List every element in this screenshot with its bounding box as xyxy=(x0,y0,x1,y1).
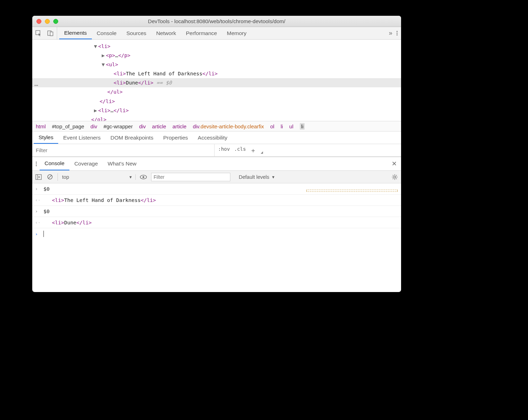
crumb-html[interactable]: html xyxy=(36,123,46,129)
style-preview-box xyxy=(306,190,398,192)
crumb-div1[interactable]: div xyxy=(90,123,97,129)
expand-corner-icon[interactable]: ◢ xyxy=(260,150,263,155)
subtab-styles[interactable]: Styles xyxy=(34,131,58,144)
window-title: DevTools - localhost:8080/web/tools/chro… xyxy=(32,18,401,24)
svg-line-16 xyxy=(393,178,393,179)
console-toolbar: top▼ Default levels▼ xyxy=(32,171,401,183)
clear-console-icon[interactable] xyxy=(46,174,53,181)
device-toggle-icon[interactable] xyxy=(47,30,54,37)
crumb-article1[interactable]: article xyxy=(152,123,166,129)
close-window-button[interactable] xyxy=(36,19,41,24)
kebab-menu-icon[interactable] xyxy=(397,31,398,35)
crumb-ol[interactable]: ol xyxy=(270,123,275,129)
crumb-id1[interactable]: #top_of_page xyxy=(52,123,84,129)
crumb-div2[interactable]: div xyxy=(139,123,146,129)
dom-node-selected[interactable]: …<li>Dune</li> == $0 xyxy=(32,78,401,87)
minimize-window-button[interactable] xyxy=(45,19,50,24)
console-sidebar-toggle-icon[interactable] xyxy=(35,174,42,181)
styles-filter-input[interactable] xyxy=(32,144,215,156)
subtab-properties[interactable]: Properties xyxy=(158,131,193,144)
context-selector[interactable]: top▼ xyxy=(62,174,136,180)
crumb-divclass[interactable]: div.devsite-article-body.clearfix xyxy=(193,123,264,129)
tab-console[interactable]: Console xyxy=(92,27,122,39)
drawer-close-icon[interactable]: ✕ xyxy=(392,160,397,168)
dom-node[interactable]: <li>The Left Hand of Darkness</li> xyxy=(32,69,401,78)
dom-node[interactable]: ▶<p>…</p> xyxy=(32,51,401,60)
hov-button[interactable]: :hov xyxy=(218,146,230,155)
zoom-window-button[interactable] xyxy=(53,19,58,24)
elements-subtabs: Styles Event Listeners DOM Breakpoints P… xyxy=(32,131,401,144)
tab-performance[interactable]: Performance xyxy=(181,27,222,39)
svg-line-15 xyxy=(396,178,397,179)
svg-rect-2 xyxy=(50,32,53,36)
devtools-window: DevTools - localhost:8080/web/tools/chro… xyxy=(32,16,401,292)
drawer-tab-coverage[interactable]: Coverage xyxy=(69,157,103,170)
crumb-ul[interactable]: ul xyxy=(289,123,293,129)
dom-node[interactable]: ▼<ul> xyxy=(32,60,401,69)
more-tabs-icon[interactable]: » xyxy=(389,29,392,37)
svg-line-14 xyxy=(393,175,393,176)
dom-node[interactable]: </li> xyxy=(32,97,401,106)
crumb-li-active[interactable]: li xyxy=(300,123,305,130)
inspect-icon[interactable] xyxy=(35,30,42,37)
new-style-rule-button[interactable]: ＋ xyxy=(250,146,256,155)
console-filter-input[interactable] xyxy=(151,173,230,181)
drawer-tabs: Console Coverage What's New ✕ xyxy=(32,157,401,171)
subtab-eventlisteners[interactable]: Event Listeners xyxy=(58,131,106,144)
drawer-tab-console[interactable]: Console xyxy=(40,157,69,170)
tab-network[interactable]: Network xyxy=(151,27,181,39)
main-toolbar: Elements Console Sources Network Perform… xyxy=(32,27,401,40)
console-prompt[interactable]: › xyxy=(32,228,401,239)
console-settings-icon[interactable] xyxy=(391,174,398,181)
svg-line-6 xyxy=(48,175,52,178)
cls-button[interactable]: .cls xyxy=(234,146,246,155)
crumb-article2[interactable]: article xyxy=(172,123,187,129)
drawer-tab-whatsnew[interactable]: What's New xyxy=(103,157,141,170)
titlebar: DevTools - localhost:8080/web/tools/chro… xyxy=(32,16,401,27)
console-row[interactable]: ›$0 xyxy=(32,183,401,195)
subtab-dombreakpoints[interactable]: DOM Breakpoints xyxy=(106,131,158,144)
live-expression-icon[interactable] xyxy=(140,174,147,181)
tab-memory[interactable]: Memory xyxy=(222,27,251,39)
styles-toolbar: :hov .cls ＋ ◢ xyxy=(32,144,401,157)
breadcrumb[interactable]: html #top_of_page div #gc-wrapper div ar… xyxy=(32,121,401,131)
svg-point-8 xyxy=(142,176,144,178)
log-levels-selector[interactable]: Default levels▼ xyxy=(239,174,275,180)
tab-sources[interactable]: Sources xyxy=(122,27,151,39)
dom-node[interactable]: </ul> xyxy=(32,87,401,96)
crumb-id2[interactable]: #gc-wrapper xyxy=(103,123,133,129)
console-row[interactable]: ‹·<li>The Left Hand of Darkness</li> xyxy=(32,195,401,206)
crumb-li1[interactable]: li xyxy=(280,123,283,129)
svg-point-9 xyxy=(394,176,396,178)
drawer-menu-icon[interactable] xyxy=(36,162,37,166)
tab-elements[interactable]: Elements xyxy=(59,27,92,39)
subtab-accessibility[interactable]: Accessibility xyxy=(193,131,232,144)
console-row[interactable]: ‹·<li>Dune</li> xyxy=(32,217,401,228)
dom-node[interactable]: ▶<li>…</li> xyxy=(32,106,401,115)
console-output[interactable]: ›$0 ‹·<li>The Left Hand of Darkness</li>… xyxy=(32,183,401,239)
svg-line-17 xyxy=(396,175,397,176)
traffic-lights xyxy=(36,19,58,24)
console-row[interactable]: ›$0 xyxy=(32,206,401,217)
dom-node[interactable]: ▼<li> xyxy=(32,42,401,51)
dom-node[interactable]: </ol> xyxy=(32,115,401,121)
dom-tree[interactable]: ▼<li> ▶<p>…</p> ▼<ul> <li>The Left Hand … xyxy=(32,40,401,121)
